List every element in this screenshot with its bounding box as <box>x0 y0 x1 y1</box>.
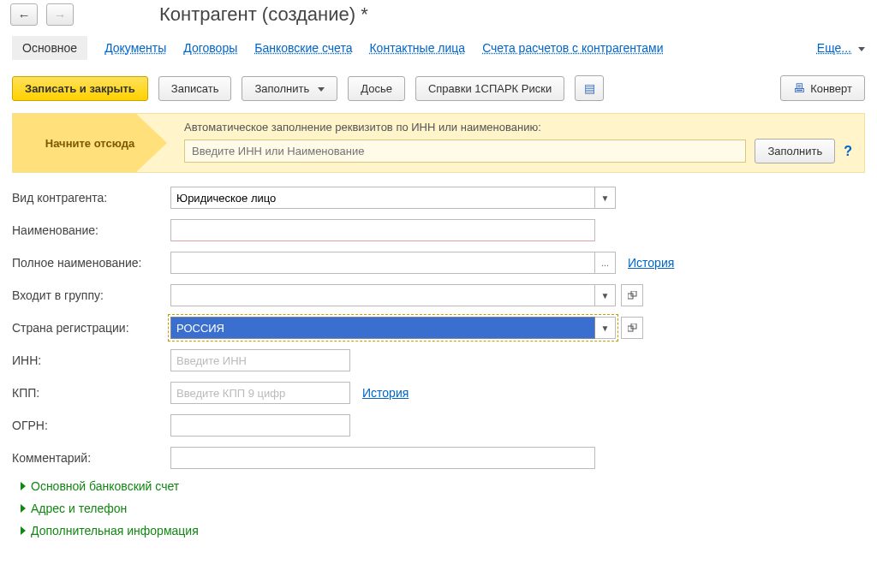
start-arrow: Начните отсюда <box>13 114 167 172</box>
name-input[interactable] <box>170 219 595 241</box>
comment-input[interactable] <box>170 447 595 469</box>
back-button[interactable]: ← <box>10 3 38 26</box>
autofill-input[interactable] <box>184 140 746 163</box>
help-icon[interactable]: ? <box>844 144 852 159</box>
inn-label: ИНН: <box>12 353 170 367</box>
tab-documents[interactable]: Документы <box>104 41 166 55</box>
country-dropdown-button[interactable]: ▼ <box>595 317 616 339</box>
chevron-right-icon <box>21 504 26 513</box>
group-dropdown-button[interactable]: ▼ <box>595 284 616 306</box>
type-dropdown-button[interactable]: ▼ <box>595 187 616 209</box>
page-title: Контрагент (создание) * <box>159 3 368 26</box>
comment-label: Комментарий: <box>12 451 170 465</box>
kpp-history-link[interactable]: История <box>362 386 409 400</box>
chevron-down-icon <box>855 41 865 55</box>
banner-label: Автоматическое заполнение реквизитов по … <box>184 121 852 134</box>
convert-button-label: Конверт <box>810 82 852 95</box>
history-link[interactable]: История <box>628 256 674 270</box>
convert-button[interactable]: 🖶Конверт <box>780 75 865 101</box>
name-label: Наименование: <box>12 223 170 237</box>
section-address[interactable]: Адрес и телефон <box>21 502 865 515</box>
fill-button-label: Заполнить <box>254 82 309 95</box>
start-banner: Начните отсюда Автоматическое заполнение… <box>12 113 865 173</box>
kpp-label: КПП: <box>12 386 170 400</box>
country-expand-button[interactable] <box>621 317 643 339</box>
autofill-button[interactable]: Заполнить <box>755 139 835 163</box>
chevron-right-icon <box>21 482 26 490</box>
dossier-button[interactable]: Досье <box>348 76 405 101</box>
section-bank[interactable]: Основной банковский счет <box>21 479 865 493</box>
tab-contracts[interactable]: Договоры <box>183 41 237 55</box>
tab-more-label: Еще... <box>817 41 851 55</box>
print-icon: 🖶 <box>793 81 805 95</box>
type-label: Вид контрагента: <box>12 191 170 205</box>
country-input[interactable] <box>170 317 595 339</box>
list-button[interactable]: ▤ <box>575 75 604 101</box>
inn-input[interactable] <box>170 349 350 371</box>
group-expand-button[interactable] <box>621 284 643 306</box>
forward-button[interactable]: → <box>46 3 74 26</box>
section-extra[interactable]: Дополнительная информация <box>21 524 865 538</box>
tab-main[interactable]: Основное <box>12 36 87 60</box>
fullname-ellipsis-button[interactable]: ... <box>595 252 616 274</box>
section-extra-label: Дополнительная информация <box>31 524 199 538</box>
group-label: Входит в группу: <box>12 288 170 302</box>
tab-more[interactable]: Еще... <box>817 41 865 55</box>
group-input[interactable] <box>170 284 595 306</box>
save-close-button[interactable]: Записать и закрыть <box>12 76 148 101</box>
kpp-input[interactable] <box>170 382 350 404</box>
save-button[interactable]: Записать <box>158 76 232 101</box>
country-label: Страна регистрации: <box>12 321 170 335</box>
fullname-label: Полное наименование: <box>12 256 170 270</box>
expand-icon <box>628 291 637 300</box>
type-input[interactable] <box>170 187 595 209</box>
ogrn-input[interactable] <box>170 414 350 437</box>
chevron-right-icon <box>21 526 26 535</box>
section-bank-label: Основной банковский счет <box>31 479 179 493</box>
ogrn-label: ОГРН: <box>12 419 170 432</box>
fill-button[interactable]: Заполнить <box>242 76 337 101</box>
expand-icon <box>628 324 637 333</box>
section-address-label: Адрес и телефон <box>31 502 127 515</box>
spark-button[interactable]: Справки 1СПАРК Риски <box>415 76 564 101</box>
list-icon: ▤ <box>584 81 595 95</box>
tab-contacts[interactable]: Контактные лица <box>369 41 465 55</box>
fullname-input[interactable] <box>170 252 595 274</box>
tab-settlement-accounts[interactable]: Счета расчетов с контрагентами <box>482 41 663 55</box>
tab-bank-accounts[interactable]: Банковские счета <box>254 41 352 55</box>
chevron-down-icon <box>314 82 325 95</box>
